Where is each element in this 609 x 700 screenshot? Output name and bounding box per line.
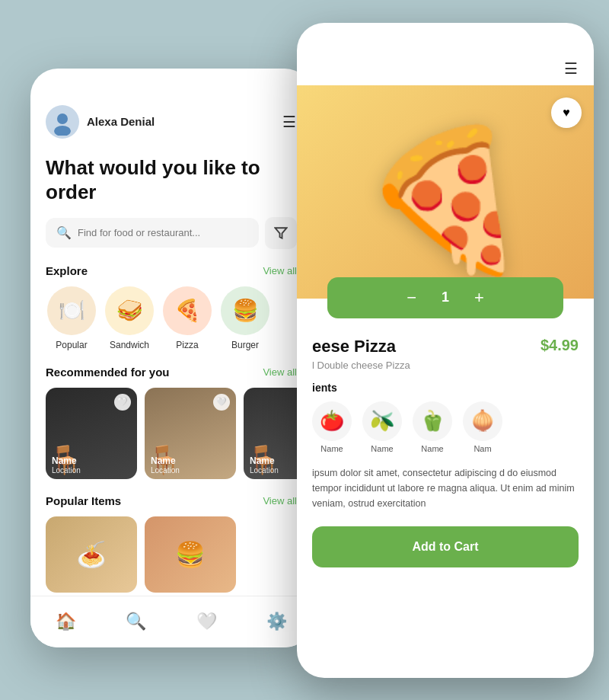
item-description-short: l Double cheese Pizza	[312, 360, 579, 371]
recommended-row: 🪑 🤍 Name Location 🪑 🤍 Name Location 🪑 🤍	[30, 388, 312, 494]
favorite-button[interactable]: ♥	[551, 97, 582, 128]
avatar	[46, 105, 79, 139]
recommended-card-1[interactable]: 🪑 🤍 Name Location	[46, 388, 137, 479]
popular-view-all[interactable]: View all	[263, 495, 297, 507]
left-header: Alexa Denial ☰	[30, 69, 312, 148]
svg-point-0	[57, 113, 68, 124]
item-name: eese Pizza	[312, 337, 396, 356]
category-row: 🍽️ Popular 🥪 Sandwich 🍕 Pizza 🍔 Burger	[30, 286, 312, 366]
category-sandwich[interactable]: 🥪 Sandwich	[104, 286, 155, 350]
favorite-icon-2[interactable]: 🤍	[213, 394, 230, 411]
ingredient-1: 🍅 Name	[312, 401, 352, 453]
popular-card-1[interactable]: 🍝	[46, 516, 137, 593]
category-pizza-label: Pizza	[176, 340, 198, 350]
recommended-section-header: Recommended for you View all	[30, 366, 312, 388]
phone-right: ☰ 🍕 ♥ − 1 + eese Pizza $4.99 l Double ch…	[297, 23, 594, 678]
nav-home[interactable]: 🏠	[56, 612, 76, 631]
category-popular-label: Popular	[56, 340, 87, 350]
category-sandwich-label: Sandwich	[110, 340, 149, 350]
greeting-text: What would you like to order	[46, 155, 297, 205]
svg-marker-2	[276, 228, 287, 238]
category-popular-img: 🍽️	[47, 286, 96, 335]
nav-search[interactable]: 🔍	[126, 612, 146, 631]
category-burger-img: 🍔	[221, 286, 269, 335]
recommended-title: Recommended for you	[46, 366, 170, 379]
greeting-section: What would you like to order	[30, 148, 312, 217]
ingredient-1-img: 🍅	[312, 401, 352, 441]
svg-point-1	[54, 126, 71, 136]
search-input[interactable]	[78, 227, 248, 238]
explore-section-header: Explore View all	[30, 264, 312, 286]
popular-row: 🍝 🍔	[30, 516, 312, 593]
user-info: Alexa Denial	[46, 105, 155, 139]
category-popular[interactable]: 🍽️ Popular	[46, 286, 97, 350]
popular-card-2[interactable]: 🍔	[145, 516, 236, 593]
category-burger-label: Burger	[231, 340, 259, 350]
right-top-bar: ☰	[297, 23, 594, 85]
category-pizza-img: 🍕	[163, 286, 212, 335]
quantity-bar: − 1 +	[327, 277, 563, 318]
explore-title: Explore	[46, 264, 88, 277]
ingredient-2: 🫒 Name	[362, 401, 402, 453]
favorite-icon-1[interactable]: 🤍	[114, 394, 131, 411]
ingredient-3-img: 🫑	[413, 401, 452, 441]
popular-section-header: Popular Items View all	[30, 494, 312, 516]
item-body-text: ipsum dolor sit amet, consectetur adipis…	[312, 465, 579, 511]
nav-settings[interactable]: ⚙️	[266, 612, 287, 631]
item-price: $4.99	[540, 337, 579, 354]
rec-card-3-label: Name Location	[250, 455, 279, 475]
search-bar: 🔍	[46, 217, 297, 249]
right-hamburger-icon[interactable]: ☰	[564, 59, 579, 78]
quantity-value: 1	[438, 289, 453, 305]
recommended-card-2[interactable]: 🪑 🤍 Name Location	[145, 388, 236, 479]
rec-card-1-label: Name Location	[52, 455, 81, 475]
nav-favorites[interactable]: 🤍	[196, 612, 217, 631]
ingredient-3-name: Name	[421, 444, 443, 453]
pizza-emoji: 🍕	[360, 131, 531, 268]
filter-button[interactable]	[265, 217, 297, 249]
explore-view-all[interactable]: View all	[263, 265, 297, 276]
ingredient-3: 🫑 Name	[413, 401, 452, 453]
ingredient-4-name: Nam	[473, 444, 491, 453]
ingredients-title: ients	[312, 382, 579, 394]
ingredient-2-name: Name	[371, 444, 393, 453]
ingredient-2-img: 🫒	[362, 401, 402, 441]
quantity-decrease-button[interactable]: −	[407, 288, 416, 308]
category-sandwich-img: 🥪	[105, 286, 154, 335]
ingredient-4-img: 🧅	[463, 401, 502, 441]
search-icon: 🔍	[56, 225, 72, 240]
pizza-hero-image: 🍕 ♥	[297, 85, 594, 299]
ingredient-1-name: Name	[320, 444, 343, 453]
category-burger[interactable]: 🍔 Burger	[219, 286, 271, 350]
recommended-view-all[interactable]: View all	[263, 366, 297, 378]
hamburger-menu-icon[interactable]: ☰	[282, 113, 297, 131]
add-to-cart-button[interactable]: Add to Cart	[312, 526, 579, 567]
ingredient-4: 🧅 Nam	[463, 401, 502, 453]
item-name-row: eese Pizza $4.99	[312, 337, 579, 356]
bottom-nav: 🏠 🔍 🤍 ⚙️	[30, 596, 312, 647]
popular-title: Popular Items	[46, 494, 121, 507]
phone-left: Alexa Denial ☰ What would you like to or…	[30, 69, 312, 647]
user-name: Alexa Denial	[87, 115, 155, 128]
ingredients-row: 🍅 Name 🫒 Name 🫑 Name 🧅 Nam	[312, 401, 579, 453]
item-details: eese Pizza $4.99 l Double cheese Pizza i…	[297, 318, 594, 511]
search-input-wrap[interactable]: 🔍	[46, 218, 259, 248]
quantity-increase-button[interactable]: +	[474, 288, 484, 308]
category-pizza[interactable]: 🍕 Pizza	[161, 286, 213, 350]
rec-card-2-label: Name Location	[151, 455, 180, 475]
